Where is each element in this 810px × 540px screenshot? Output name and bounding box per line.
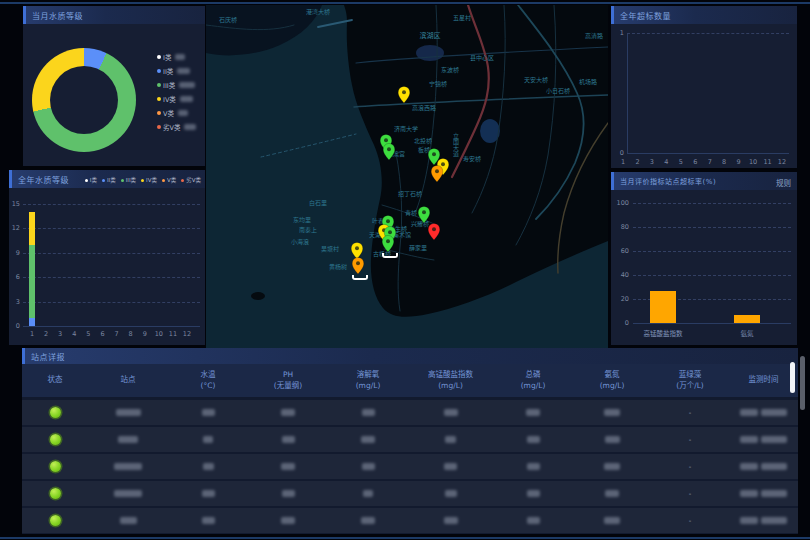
- algae-cell: -: [651, 517, 729, 525]
- codmn-cell: [408, 409, 493, 416]
- table-row[interactable]: -: [22, 427, 798, 452]
- nh3-cell: [573, 409, 651, 416]
- x-tick-label: 5: [679, 158, 683, 166]
- donut-hole: [50, 66, 118, 134]
- map-canvas: [206, 5, 608, 348]
- year-exceed-chart: 10123456789101112: [611, 6, 797, 168]
- status-cell: [22, 434, 88, 445]
- table-row[interactable]: -: [22, 454, 798, 479]
- nh3-cell: [573, 490, 651, 497]
- x-tick-label: 5: [86, 330, 90, 338]
- redacted-value: [179, 82, 195, 88]
- x-tick-label: 4: [664, 158, 668, 166]
- redacted-value: [444, 409, 458, 416]
- column-header-PH: PH(无量纲): [248, 370, 328, 390]
- page-scrollbar-thumb[interactable]: [800, 356, 805, 410]
- gridline: [633, 227, 791, 228]
- rate-bar-高锰酸盐指数: [650, 291, 676, 323]
- x-tick-label: 2: [44, 330, 48, 338]
- temp-cell: [168, 463, 248, 470]
- gridline: [23, 253, 200, 254]
- table-row[interactable]: -: [22, 481, 798, 506]
- map-water-pond-1: [416, 45, 444, 61]
- map-pin-green[interactable]: [417, 206, 431, 224]
- redacted-value: [120, 517, 137, 524]
- map-pin-green[interactable]: [382, 143, 396, 161]
- legend-item-I类[interactable]: I类: [157, 52, 196, 62]
- rate-bar-label: 高锰酸盐指数: [644, 328, 683, 338]
- legend-item-劣V类[interactable]: 劣V类: [157, 122, 196, 132]
- x-tick-label: 10: [155, 330, 163, 338]
- x-axis-line: [627, 153, 789, 154]
- map-pin-orange[interactable]: [430, 165, 444, 183]
- table-header: 状态站点水温(°C)PH(无量纲)溶解氧(mg/L)高锰酸盐指数(mg/L)总磷…: [22, 364, 798, 397]
- station-cell: [88, 490, 168, 497]
- y-tick-label: 15: [9, 200, 20, 208]
- map-label: 北投桥: [414, 136, 432, 145]
- legend-dot: [157, 97, 161, 101]
- redacted-value: [281, 409, 295, 416]
- table-row[interactable]: -: [22, 400, 798, 425]
- x-tick-label: 1: [621, 158, 625, 166]
- y-tick-label: 0: [9, 322, 20, 330]
- redacted-value: [180, 96, 193, 102]
- y-tick-label: 80: [611, 223, 629, 231]
- panel-month-water-quality-titlebar: 当月水质等级: [23, 6, 205, 24]
- algae-cell: -: [651, 463, 729, 471]
- tp-cell: [493, 436, 573, 443]
- map-label: 天安大桥: [524, 75, 548, 84]
- gridline: [23, 302, 200, 303]
- legend-item-II类[interactable]: II类: [157, 66, 196, 76]
- temp-cell: [168, 490, 248, 497]
- redacted-value: [444, 463, 457, 470]
- tp-cell: [493, 517, 573, 524]
- legend-dot: [157, 125, 161, 129]
- panel-month-water-quality-title: 当月水质等级: [32, 10, 83, 21]
- map-label: 五星村: [453, 13, 471, 22]
- redacted-value: [114, 463, 142, 470]
- redacted-value: [526, 409, 540, 416]
- table-scrollbar-thumb[interactable]: [790, 362, 795, 393]
- station-cell: [88, 463, 168, 470]
- gridline: [23, 228, 200, 229]
- legend-item-V类[interactable]: V类: [157, 108, 196, 118]
- do-cell: [328, 436, 408, 443]
- y-tick-label: 100: [611, 199, 629, 207]
- x-tick-label: 2: [635, 158, 639, 166]
- redacted-value: [202, 409, 215, 416]
- map-pin-orange[interactable]: [351, 257, 365, 275]
- x-tick-label: 11: [169, 330, 177, 338]
- panel-month-rate: 当月评价指标站点超标率(%) 规则 020406080100高锰酸盐指数氨氮: [611, 172, 797, 345]
- donut-legend: I类II类III类IV类V类劣V类: [157, 52, 196, 132]
- column-header-高锰酸盐指数: 高锰酸盐指数(mg/L): [408, 370, 493, 390]
- algae-value: -: [689, 490, 692, 498]
- algae-cell: -: [651, 436, 729, 444]
- map-panel[interactable]: 石庆桥港湾大桥五星村滨湖区县中心区东波桥宁锦桥天安大桥小日石桥机场路高清路高浪西…: [206, 5, 608, 348]
- redacted-timestamp: [740, 436, 758, 443]
- map-label: 立国大道: [452, 133, 461, 157]
- map-pin-green[interactable]: [381, 235, 395, 253]
- legend-item-III类[interactable]: III类: [157, 80, 196, 90]
- map-pin-yellow[interactable]: [397, 86, 411, 104]
- algae-value: -: [689, 436, 692, 444]
- temp-cell: [168, 436, 248, 443]
- redacted-value: [361, 517, 375, 524]
- table-titlebar: 站点详报: [22, 348, 798, 364]
- x-tick-label: 9: [737, 158, 741, 166]
- redacted-value: [175, 54, 185, 60]
- tp-cell: [493, 490, 573, 497]
- x-tick-label: 11: [763, 158, 771, 166]
- redacted-value: [605, 436, 620, 443]
- legend-item-IV类[interactable]: IV类: [157, 94, 196, 104]
- x-axis-line: [633, 323, 791, 324]
- x-tick-label: 6: [100, 330, 104, 338]
- map-label: 济南大学: [394, 124, 418, 133]
- map-pin-red[interactable]: [427, 223, 441, 241]
- y-tick-label: 60: [611, 247, 629, 255]
- redacted-value: [282, 436, 295, 443]
- month-rate-bar-chart: 020406080100高锰酸盐指数氨氮: [611, 172, 797, 345]
- gridline: [23, 277, 200, 278]
- table-row[interactable]: -: [22, 508, 798, 533]
- map-label: 滨湖区: [420, 30, 441, 40]
- ph-cell: [248, 436, 328, 443]
